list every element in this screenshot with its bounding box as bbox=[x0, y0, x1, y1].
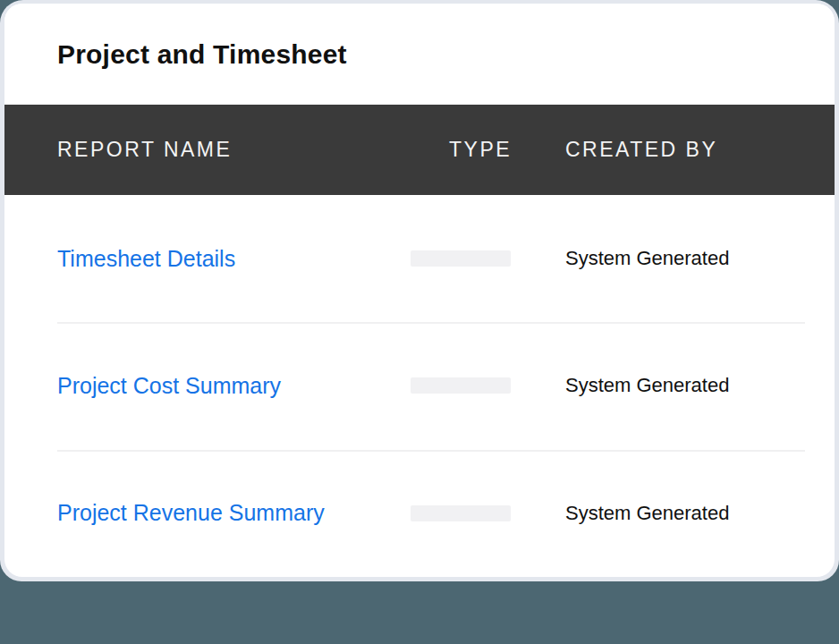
report-link-project-cost-summary[interactable]: Project Cost Summary bbox=[57, 373, 281, 399]
table-row: Project Cost Summary System Generated bbox=[4, 322, 835, 449]
column-header-created-by: CREATED BY bbox=[565, 138, 799, 162]
created-by-value: System Generated bbox=[565, 374, 799, 397]
created-by-value: System Generated bbox=[565, 247, 799, 270]
type-placeholder-bar bbox=[411, 250, 511, 267]
card-title-section: Project and Timesheet bbox=[4, 4, 835, 105]
report-link-project-revenue-summary[interactable]: Project Revenue Summary bbox=[57, 500, 325, 526]
card-frame: Project and Timesheet REPORT NAME TYPE C… bbox=[0, 0, 839, 581]
type-placeholder-bar bbox=[411, 505, 511, 521]
report-link-timesheet-details[interactable]: Timesheet Details bbox=[57, 246, 235, 272]
reports-card: Project and Timesheet REPORT NAME TYPE C… bbox=[4, 4, 835, 577]
created-by-value: System Generated bbox=[565, 502, 799, 525]
column-header-type: TYPE bbox=[411, 138, 565, 162]
table-row: Project Revenue Summary System Generated bbox=[4, 450, 835, 577]
page-title: Project and Timesheet bbox=[57, 39, 347, 70]
type-placeholder-bar bbox=[411, 377, 511, 394]
table-body: Timesheet Details System Generated Proje… bbox=[4, 195, 835, 577]
table-header-row: REPORT NAME TYPE CREATED BY bbox=[4, 105, 835, 195]
column-header-report-name: REPORT NAME bbox=[57, 138, 411, 162]
viewport-background: Project and Timesheet REPORT NAME TYPE C… bbox=[0, 0, 839, 644]
table-row: Timesheet Details System Generated bbox=[4, 195, 835, 322]
